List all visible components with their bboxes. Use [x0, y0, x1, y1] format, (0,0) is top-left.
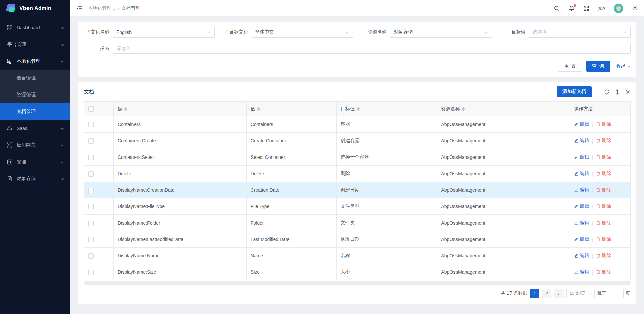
delete-link[interactable]: 删除: [596, 121, 611, 127]
jump-page-input[interactable]: [608, 289, 624, 298]
gear-icon[interactable]: [632, 5, 638, 11]
svg-text:A: A: [8, 60, 10, 63]
row-checkbox[interactable]: [88, 155, 94, 160]
column-value[interactable]: 值: [246, 102, 336, 116]
row-checkbox[interactable]: [88, 221, 94, 226]
row-checkbox[interactable]: [88, 122, 94, 127]
table-row[interactable]: DisplayName:Size Size 大小 AbpOssManagemen…: [84, 264, 631, 280]
row-checkbox[interactable]: [88, 253, 94, 259]
collapse-sidebar-icon[interactable]: [76, 5, 83, 11]
filter-actions: 重 置 查 询 收起: [84, 61, 631, 72]
column-resource-name[interactable]: 资源名称: [437, 102, 540, 116]
empty-cell: [540, 248, 570, 264]
query-button[interactable]: 查 询: [586, 61, 610, 72]
sidebar-item-label: Dashboard: [17, 25, 60, 30]
sort-icon[interactable]: [124, 107, 127, 111]
sort-icon[interactable]: [257, 107, 260, 111]
bell-icon[interactable]: [569, 5, 575, 11]
delete-link[interactable]: 删除: [596, 253, 611, 259]
user-avatar[interactable]: [614, 4, 623, 13]
table-row[interactable]: DisplayName:FileType File Type 文件类型 AbpO…: [84, 198, 631, 215]
target-value-select[interactable]: 请选择: [529, 27, 631, 38]
search-input[interactable]: [113, 43, 631, 54]
pagination: 共 17 条数据 12 › 10 条/页 跳至 页: [84, 285, 631, 302]
sidebar-item-platform[interactable]: 平台管理: [0, 36, 70, 53]
edit-link[interactable]: 编辑: [574, 269, 589, 275]
column-key[interactable]: 键: [113, 102, 246, 116]
edit-link[interactable]: 编辑: [574, 253, 589, 259]
add-document-button[interactable]: 添加新文档: [557, 86, 592, 97]
table-row[interactable]: Delete Delete 删除 AbpOssManagement 编辑 删除: [84, 166, 631, 182]
collapse-filters-link[interactable]: 收起: [616, 63, 631, 69]
delete-link[interactable]: 删除: [596, 203, 611, 209]
target-culture-select[interactable]: 简体中文: [252, 27, 354, 38]
delete-link[interactable]: 删除: [596, 236, 611, 242]
sidebar-item-gateway[interactable]: 应用网关: [0, 137, 70, 153]
row-height-icon[interactable]: [614, 89, 620, 95]
sort-icon[interactable]: [357, 107, 360, 111]
fullscreen-icon[interactable]: [583, 5, 589, 11]
translate-icon[interactable]: 文A: [598, 5, 605, 11]
reset-button[interactable]: 重 置: [558, 61, 582, 72]
table-settings-gear-icon[interactable]: [625, 89, 631, 95]
page-button-2[interactable]: 2: [542, 289, 551, 298]
edit-link[interactable]: 编辑: [574, 154, 589, 160]
resource-name-select[interactable]: 对象存储: [390, 27, 492, 38]
page-size-select[interactable]: 10 条/页: [566, 289, 595, 298]
culture-name-select[interactable]: English: [113, 27, 215, 38]
row-checkbox[interactable]: [88, 270, 94, 275]
edit-link[interactable]: 编辑: [574, 220, 589, 226]
breadcrumb-parent[interactable]: 本地化管理: [88, 5, 116, 11]
search-icon[interactable]: [554, 5, 560, 11]
delete-link[interactable]: 删除: [596, 154, 611, 160]
sidebar-item-storage[interactable]: 对象存储: [0, 170, 70, 187]
sidebar-item-manage[interactable]: 管理: [0, 153, 70, 170]
edit-link[interactable]: 编辑: [574, 171, 589, 177]
row-checkbox[interactable]: [88, 138, 94, 144]
row-checkbox[interactable]: [88, 237, 94, 242]
row-checkbox[interactable]: [88, 188, 94, 193]
edit-link[interactable]: 编辑: [574, 236, 589, 242]
trash-icon: [596, 122, 600, 126]
column-target-value[interactable]: 目标值: [336, 102, 437, 116]
table-row[interactable]: Containers:Create Create Container 创建容器 …: [84, 133, 631, 149]
sidebar-subitem-resource[interactable]: 资源管理: [0, 86, 70, 103]
trash-icon: [596, 138, 600, 143]
refresh-icon[interactable]: [604, 89, 610, 95]
sidebar-subitem-document[interactable]: 文档管理: [0, 103, 70, 120]
next-page-button[interactable]: ›: [554, 289, 564, 298]
cell-resource-name: AbpOssManagement: [437, 215, 540, 231]
delete-link[interactable]: 删除: [596, 138, 611, 144]
pencil-icon: [574, 221, 578, 225]
row-checkbox[interactable]: [88, 171, 94, 177]
empty-cell: [540, 166, 570, 182]
table-row[interactable]: DisplayName:Name Name 名称 AbpOssManagemen…: [84, 248, 631, 264]
horizontal-scrollbar[interactable]: [84, 281, 631, 285]
row-checkbox[interactable]: [88, 204, 94, 209]
delete-link[interactable]: 删除: [596, 171, 611, 177]
sidebar-item-dashboard[interactable]: Dashboard: [0, 19, 70, 36]
page-button-1[interactable]: 1: [530, 289, 539, 298]
edit-link[interactable]: 编辑: [574, 121, 589, 127]
sidebar-item-label: 平台管理: [7, 42, 60, 48]
sidebar-item-localization[interactable]: A本地化管理: [0, 53, 70, 70]
table-row[interactable]: DisplayName:CreationDate Creation Date 创…: [84, 182, 631, 198]
cell-target-value: 修改日期: [336, 231, 437, 248]
delete-link[interactable]: 删除: [596, 220, 611, 226]
table-row[interactable]: DisplayName:LastModifiedDate Last Modifi…: [84, 231, 631, 248]
sort-icon[interactable]: [462, 107, 465, 111]
table-row[interactable]: Containers:Select Select Container 选择一个容…: [84, 149, 631, 166]
app-logo[interactable]: Vben Admin: [0, 0, 70, 17]
edit-link[interactable]: 编辑: [574, 203, 589, 209]
delete-link[interactable]: 删除: [596, 269, 611, 275]
cell-value: Containers: [246, 116, 336, 133]
delete-link[interactable]: 删除: [596, 187, 611, 193]
table-row[interactable]: Containers Containers 容器 AbpOssManagemen…: [84, 116, 631, 133]
edit-link[interactable]: 编辑: [574, 187, 589, 193]
table-row[interactable]: DisplayName:Folder Folder 文件夹 AbpOssMana…: [84, 215, 631, 231]
sidebar-subitem-language[interactable]: 语言管理: [0, 70, 70, 86]
edit-link[interactable]: 编辑: [574, 138, 589, 144]
cell-value: Folder: [246, 215, 336, 231]
select-all-checkbox[interactable]: [88, 106, 94, 112]
sidebar-item-saas[interactable]: Saas: [0, 120, 70, 137]
